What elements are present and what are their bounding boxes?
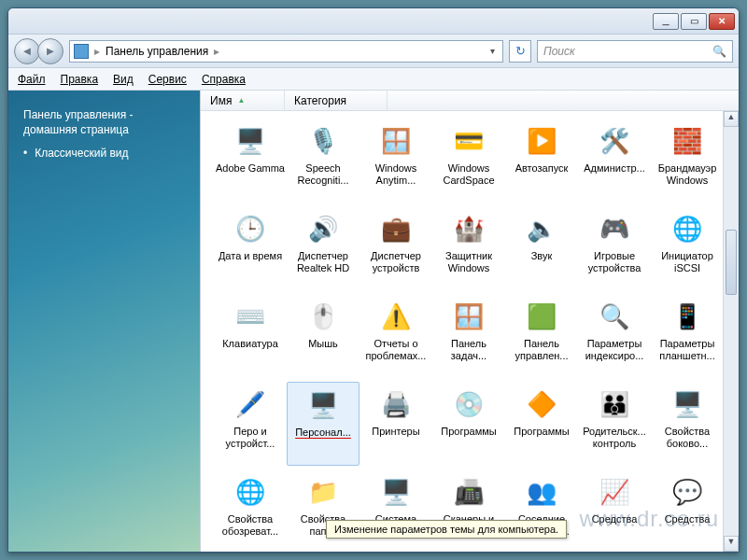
cpl-item-speaker[interactable]: 🔈Звук: [505, 206, 578, 290]
item-label: Дата и время: [217, 250, 284, 262]
scroll-thumb[interactable]: [726, 230, 737, 295]
audio-chip-icon: 🔊: [303, 210, 344, 247]
back-button[interactable]: ◄: [14, 38, 40, 64]
breadcrumb-root[interactable]: Панель управления: [106, 45, 208, 58]
menu-file[interactable]: Файл: [18, 73, 46, 86]
cpl-item-windows-flag[interactable]: 🪟Windows Anytim...: [359, 119, 432, 203]
iscsi-icon: 🌐: [667, 210, 708, 247]
item-label: Windows CardSpace: [432, 162, 505, 186]
menu-bar: Файл Правка Вид Сервис Справка: [8, 68, 739, 91]
cpl-item-internet-options[interactable]: 🌐Свойства обозреват...: [214, 469, 287, 552]
cpl-item-defender[interactable]: 🏰Защитник Windows: [432, 206, 505, 290]
mouse-icon: 🖱️: [303, 298, 344, 335]
item-label: Игровые устройства: [578, 250, 651, 273]
item-label: Свойства обозреват...: [214, 513, 287, 537]
personalization-icon: 🖥️: [303, 386, 344, 424]
menu-view[interactable]: Вид: [113, 73, 134, 86]
column-name[interactable]: Имя ▲: [201, 91, 285, 110]
cpl-item-admin-tools[interactable]: 🛠️Администр...: [578, 119, 651, 203]
cpl-item-problem-report[interactable]: ⚠️Отчеты о проблемах...: [359, 294, 432, 378]
maximize-button[interactable]: [681, 13, 707, 30]
cpl-item-sidebar-props[interactable]: 🖥️Свойства боково...: [651, 382, 723, 466]
cpl-item-tablet[interactable]: 📱Параметры планшетн...: [651, 294, 723, 378]
internet-options-icon: 🌐: [230, 473, 271, 511]
navigation-bar: ◄ ► ▸ Панель управления ▸ ▾ ↻ Поиск 🔍: [8, 35, 739, 68]
control-panel-window: ◄ ► ▸ Панель управления ▸ ▾ ↻ Поиск 🔍 Фа…: [7, 7, 740, 553]
cpl-item-programs-default[interactable]: 🔶Программы: [505, 382, 578, 466]
scroll-up-button[interactable]: ▲: [724, 111, 739, 127]
text-speech-icon: 💬: [667, 473, 708, 511]
cpl-item-nvidia[interactable]: 🟩Панель управлен...: [505, 294, 578, 378]
item-label: Программы: [512, 426, 571, 438]
cpl-item-pen[interactable]: 🖊️Перо и устройст...: [214, 382, 287, 466]
cpl-item-text-speech[interactable]: 💬Средства: [651, 469, 723, 552]
sort-indicator-icon: ▲: [237, 96, 245, 105]
sidebar-classic-view[interactable]: Классический вид: [23, 147, 185, 160]
cpl-item-people-near[interactable]: 👥Соседние пользоват...: [505, 469, 578, 552]
titlebar: [8, 8, 739, 35]
content-area: Имя ▲ Категория 🖥️Adobe Gamma🎙️Speech Re…: [200, 91, 739, 552]
cpl-item-cardspace[interactable]: 💳Windows CardSpace: [432, 119, 505, 203]
item-label: Параметры планшетн...: [651, 338, 723, 361]
cpl-item-audio-chip[interactable]: 🔊Диспетчер Realtek HD: [287, 206, 359, 290]
breadcrumb-separator: ▸: [94, 45, 100, 58]
cpl-item-iscsi[interactable]: 🌐Инициатор iSCSI: [651, 206, 723, 290]
item-label: Средства: [590, 513, 640, 525]
cpl-item-programs-disc[interactable]: 💿Программы: [432, 382, 505, 466]
forward-button[interactable]: ►: [37, 38, 63, 64]
item-label: Диспетчер устройств: [359, 250, 432, 273]
item-label: Перо и устройст...: [214, 426, 287, 449]
system-icon: 🖥️: [375, 473, 416, 511]
tooltip: Изменение параметров темы для компьютера…: [326, 520, 567, 539]
cpl-item-monitor-blue[interactable]: 🖥️Adobe Gamma: [214, 119, 287, 203]
cpl-item-printer[interactable]: 🖨️Принтеры: [359, 382, 432, 466]
item-label: Мышь: [306, 338, 340, 350]
printer-icon: 🖨️: [375, 385, 416, 423]
item-label: Клавиатура: [220, 338, 280, 350]
windows-flag-icon: 🪟: [375, 122, 416, 160]
column-category[interactable]: Категория: [285, 91, 388, 110]
taskbar-icon: 🪟: [448, 298, 489, 335]
cpl-item-firewall[interactable]: 🧱Брандмауэр Windows: [651, 119, 723, 203]
menu-edit[interactable]: Правка: [61, 73, 99, 86]
cpl-item-indexing[interactable]: 🔍Параметры индексиро...: [578, 294, 651, 378]
sidebar-home-link[interactable]: Панель управления - домашняя страница: [23, 107, 185, 137]
cpl-item-mouse[interactable]: 🖱️Мышь: [287, 294, 359, 378]
item-label: Инициатор iSCSI: [651, 250, 723, 273]
icon-view: 🖥️Adobe Gamma🎙️Speech Recogniti...🪟Windo…: [201, 111, 723, 552]
minimize-button[interactable]: [653, 13, 679, 30]
indexing-icon: 🔍: [594, 298, 635, 335]
problem-report-icon: ⚠️: [375, 298, 416, 335]
cpl-item-microphone[interactable]: 🎙️Speech Recogniti...: [287, 119, 359, 203]
clock-calendar-icon: 🕒: [230, 210, 271, 247]
scroll-down-button[interactable]: ▼: [724, 536, 739, 552]
defender-icon: 🏰: [448, 210, 489, 247]
cpl-item-device-manager[interactable]: 💼Диспетчер устройств: [359, 206, 432, 290]
refresh-button[interactable]: ↻: [509, 40, 531, 63]
device-manager-icon: 💼: [375, 210, 416, 247]
close-button[interactable]: [709, 13, 735, 30]
item-label: Панель управлен...: [505, 338, 578, 361]
address-bar[interactable]: ▸ Панель управления ▸ ▾: [69, 40, 503, 63]
cpl-item-keyboard[interactable]: ⌨️Клавиатура: [214, 294, 287, 378]
people-near-icon: 👥: [521, 473, 562, 511]
address-dropdown[interactable]: ▾: [486, 46, 499, 56]
scroll-track[interactable]: [724, 127, 739, 536]
cpl-item-system[interactable]: 🖥️Система: [359, 469, 432, 552]
vertical-scrollbar[interactable]: ▲ ▼: [723, 111, 739, 552]
menu-help[interactable]: Справка: [202, 73, 246, 86]
cpl-item-tools-green[interactable]: 📈Средства: [578, 469, 651, 552]
cpl-item-autoplay[interactable]: ▶️Автозапуск: [505, 119, 578, 203]
cpl-item-personalization[interactable]: 🖥️Персонал...: [287, 382, 359, 466]
pen-icon: 🖊️: [230, 385, 271, 423]
cpl-item-clock-calendar[interactable]: 🕒Дата и время: [214, 206, 287, 290]
cpl-item-parental[interactable]: 👪Родительск... контроль: [578, 382, 651, 466]
cpl-item-taskbar[interactable]: 🪟Панель задач...: [432, 294, 505, 378]
cpl-item-gamepad[interactable]: 🎮Игровые устройства: [578, 206, 651, 290]
menu-tools[interactable]: Сервис: [148, 73, 187, 86]
cpl-item-scanner[interactable]: 📠Сканеры и камеры: [432, 469, 505, 552]
firewall-icon: 🧱: [667, 122, 708, 160]
search-input[interactable]: Поиск 🔍: [537, 40, 733, 63]
folder-options-icon: 📁: [303, 473, 344, 511]
cpl-item-folder-options[interactable]: 📁Свойства папки: [287, 469, 359, 552]
